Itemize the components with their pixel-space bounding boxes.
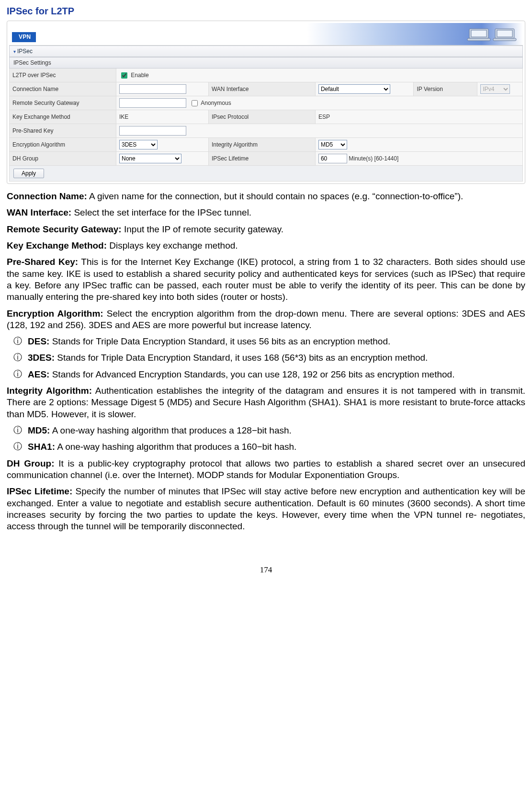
key-exchange-method-label: Key Exchange Method bbox=[10, 110, 116, 124]
ipsec-lifetime-desc: Specify the number of minutes that IPSec… bbox=[7, 486, 525, 531]
pre-shared-key-desc: This is for the Internet Key Exchange (I… bbox=[7, 257, 525, 302]
enable-label: Enable bbox=[131, 71, 148, 78]
apply-button[interactable]: Apply bbox=[13, 169, 44, 178]
wan-interface-select[interactable]: Default bbox=[318, 84, 390, 94]
ipsec-lifetime-unit: Minute(s) [60-1440] bbox=[349, 155, 398, 162]
encryption-algorithm-term: Encryption Algorithm: bbox=[7, 308, 103, 319]
dh-group-select[interactable]: None bbox=[119, 154, 181, 163]
key-exchange-method-value: IKE bbox=[116, 110, 209, 124]
remote-security-gateway-label: Remote Security Gateway bbox=[10, 96, 116, 110]
section-tab-label: IPSec bbox=[17, 48, 33, 55]
banner: VPN bbox=[9, 23, 523, 46]
connection-name-desc: A given name for the connection, but it … bbox=[87, 191, 463, 201]
des-desc: Stands for Triple Data Encryption Standa… bbox=[49, 336, 390, 346]
key-exchange-method-term: Key Exchange Method: bbox=[7, 240, 107, 251]
banner-tag: VPN bbox=[12, 32, 36, 42]
section-tab-ipsec[interactable]: ▾ IPSec bbox=[9, 46, 523, 57]
settings-table: IPSec Settings L2TP over IPSec Enable Co… bbox=[9, 57, 523, 182]
remote-security-gateway-term: Remote Security Gateway: bbox=[7, 224, 122, 234]
md5-term: MD5: bbox=[28, 425, 50, 435]
encryption-algorithm-label: Encryption Algorithm bbox=[10, 138, 116, 152]
anonymous-checkbox[interactable] bbox=[192, 100, 198, 106]
svg-rect-5 bbox=[493, 38, 516, 41]
wan-interface-term: WAN Interface: bbox=[7, 207, 71, 217]
ip-version-select: IPv4 bbox=[480, 84, 510, 94]
key-exchange-method-desc: Displays key exchange method. bbox=[107, 240, 238, 251]
aes-desc: Stands for Advanced Encryption Standards… bbox=[49, 369, 454, 379]
collapse-triangle-icon: ▾ bbox=[13, 49, 16, 54]
md5-desc: A one-way hashing algorithm that produce… bbox=[50, 425, 291, 435]
settings-header: IPSec Settings bbox=[10, 57, 523, 68]
3des-term: 3DES: bbox=[28, 353, 55, 363]
pre-shared-key-input[interactable] bbox=[119, 126, 186, 136]
encryption-algorithm-select[interactable]: 3DES bbox=[119, 140, 158, 149]
integrity-algorithm-label: Integrity Algorithm bbox=[208, 138, 315, 152]
config-screenshot: VPN ▾ IPSec IPSec Settings L2TP over IPS… bbox=[7, 21, 525, 184]
anonymous-label: Anonymous bbox=[201, 100, 231, 106]
sha1-term: SHA1: bbox=[28, 442, 55, 452]
connection-name-term: Connection Name: bbox=[7, 191, 87, 201]
banner-graphic-icon bbox=[466, 26, 519, 43]
ipsec-protocol-label: IPsec Protocol bbox=[208, 110, 315, 124]
integrity-algorithm-select[interactable]: MD5 bbox=[318, 140, 347, 149]
svg-rect-4 bbox=[497, 30, 512, 37]
wan-interface-desc: Select the set interface for the IPSec t… bbox=[71, 207, 251, 217]
dh-group-term: DH Group: bbox=[7, 458, 54, 468]
connection-name-label: Connection Name bbox=[10, 82, 116, 96]
aes-term: AES: bbox=[28, 369, 49, 379]
description-body: Connection Name: A given name for the co… bbox=[7, 191, 525, 533]
remote-security-gateway-desc: Input the IP of remote security gateway. bbox=[122, 224, 283, 234]
ip-version-label: IP Version bbox=[414, 82, 477, 96]
3des-desc: Stands for Triple Data Encryption Standa… bbox=[55, 353, 428, 363]
ipsec-lifetime-input[interactable] bbox=[318, 154, 347, 163]
page-number: 174 bbox=[7, 565, 525, 575]
des-term: DES: bbox=[28, 336, 49, 346]
dh-group-label: DH Group bbox=[10, 152, 116, 166]
enable-checkbox[interactable] bbox=[121, 72, 127, 79]
l2tp-over-ipsec-label: L2TP over IPSec bbox=[10, 68, 116, 82]
integrity-bullets: MD5: A one-way hashing algorithm that pr… bbox=[7, 425, 525, 453]
section-heading: IPSec for L2TP bbox=[7, 6, 525, 17]
ipsec-protocol-value: ESP bbox=[315, 110, 522, 124]
svg-rect-2 bbox=[467, 38, 490, 41]
svg-rect-1 bbox=[471, 30, 487, 37]
ipsec-lifetime-label: IPSec Lifetime bbox=[208, 152, 315, 166]
pre-shared-key-label: Pre-Shared Key bbox=[10, 124, 116, 138]
sha1-desc: A one-way hashing algorithm that produce… bbox=[55, 442, 296, 452]
ipsec-lifetime-term: IPSec Lifetime: bbox=[7, 486, 72, 496]
dh-group-desc: It is a public-key cryptography protocol… bbox=[7, 458, 525, 480]
remote-security-gateway-input[interactable] bbox=[119, 98, 186, 108]
wan-interface-label: WAN Interface bbox=[208, 82, 315, 96]
connection-name-input[interactable] bbox=[119, 84, 186, 94]
integrity-algorithm-term: Integrity Algorithm: bbox=[7, 386, 92, 396]
encryption-bullets: DES: Stands for Triple Data Encryption S… bbox=[7, 336, 525, 380]
pre-shared-key-term: Pre-Shared Key: bbox=[7, 257, 78, 267]
